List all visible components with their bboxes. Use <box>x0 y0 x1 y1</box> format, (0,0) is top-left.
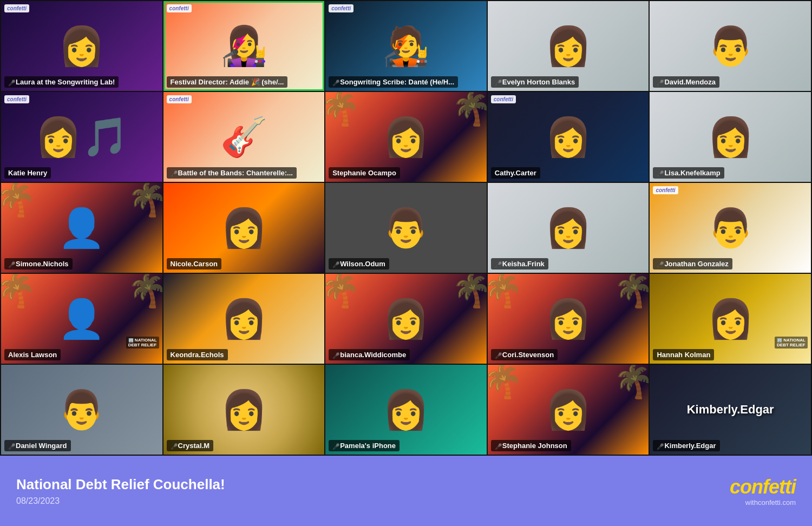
video-cell-simone[interactable]: 👤🎤Simone.Nichols <box>1 183 162 273</box>
participant-name-daniel: Daniel Wingard <box>16 442 67 450</box>
participant-name-crystal: Crystal.M <box>178 442 210 450</box>
mic-muted-icon-laura: 🎤 <box>8 80 14 85</box>
name-label-keondra: Keondra.Echols <box>167 349 228 360</box>
mic-muted-icon-david: 🎤 <box>657 80 662 85</box>
video-cell-alexis[interactable]: 👤🏢 NATIONALDEBT RELIEFAlexis Lawson <box>1 274 162 364</box>
video-cell-crystal[interactable]: 👩🎤Crystal.M <box>163 365 325 455</box>
participant-name-david: David.Mendoza <box>664 78 716 86</box>
kimberly-display-text: Kimberly.Edgar <box>687 403 774 417</box>
confetti-logo-cathy: confetti <box>491 95 516 103</box>
participant-name-kimberly: Kimberly.Edgar <box>664 442 716 450</box>
participant-name-nicole: Nicole.Carson <box>171 260 218 268</box>
video-cell-lisa[interactable]: 👩🎤Lisa.Knefelkamp <box>650 92 811 182</box>
name-label-crystal: 🎤Crystal.M <box>167 440 214 451</box>
video-cell-keisha[interactable]: 👩🎤Keisha.Frink <box>488 183 649 273</box>
participant-name-pamela: Pamela's iPhone <box>340 442 396 450</box>
participant-name-bianca: bianca.Widdicombe <box>340 351 406 359</box>
mic-muted-icon-wilson: 🎤 <box>332 261 338 267</box>
mic-muted-icon-daniel: 🎤 <box>8 443 14 449</box>
video-cell-david[interactable]: 👨🎤David.Mendoza <box>650 1 811 91</box>
participant-name-dante: Songwriting Scribe: Danté (He/H... <box>340 78 454 86</box>
mic-muted-icon-pamela: 🎤 <box>332 443 338 449</box>
video-cell-laura[interactable]: 👩confetti🎤Laura at the Songwriting Lab! <box>1 1 162 91</box>
video-cell-dante[interactable]: 🧑‍🎤confetti🎤Songwriting Scribe: Danté (H… <box>325 1 487 91</box>
name-label-daniel: 🎤Daniel Wingard <box>4 440 71 451</box>
video-cell-cori[interactable]: 👩🎤Cori.Stevenson <box>488 274 649 364</box>
mic-muted-icon-keisha: 🎤 <box>495 261 500 267</box>
participant-name-katie: Katie Henry <box>8 169 47 177</box>
video-cell-katie[interactable]: 👩‍🎵confettiKatie Henry <box>1 92 162 182</box>
mic-muted-icon-dante: 🎤 <box>332 80 338 85</box>
mic-muted-icon-battle: 🎤 <box>171 170 176 176</box>
name-label-david: 🎤David.Mendoza <box>653 76 719 88</box>
participant-name-alexis: Alexis Lawson <box>8 351 57 359</box>
confetti-logo-battle: confetti <box>167 95 192 103</box>
video-cell-keondra[interactable]: 👩Keondra.Echols <box>163 274 325 364</box>
mic-muted-icon-jonathan: 🎤 <box>657 261 662 267</box>
participant-name-cathy: Cathy.Carter <box>495 169 536 177</box>
confetti-logo-laura: confetti <box>4 4 29 12</box>
confetti-url: withconfetti.com <box>730 498 796 507</box>
name-label-addie: Festival Director: Addie 🎉 (she/... <box>167 76 288 88</box>
mic-muted-icon-stephanie-j: 🎤 <box>495 443 500 449</box>
video-cell-bianca[interactable]: 👩🎤bianca.Widdicombe <box>325 274 487 364</box>
participant-name-keondra: Keondra.Echols <box>171 351 224 359</box>
participant-name-stephanie-j: Stephanie Johnson <box>502 442 567 450</box>
name-label-bianca: 🎤bianca.Widdicombe <box>329 349 410 360</box>
video-cell-addie[interactable]: 👩‍🎤confettiFestival Director: Addie 🎉 (s… <box>163 1 325 91</box>
name-label-katie: Katie Henry <box>4 167 51 179</box>
participant-name-jonathan: Jonathan Gonzalez <box>664 260 728 268</box>
name-label-lisa: 🎤Lisa.Knefelkamp <box>653 167 724 179</box>
name-label-dante: 🎤Songwriting Scribe: Danté (He/H... <box>329 76 458 88</box>
name-label-alexis: Alexis Lawson <box>4 349 61 360</box>
participant-name-stephanie-o: Stephanie Ocampo <box>332 169 396 177</box>
participant-name-cori: Cori.Stevenson <box>502 351 554 359</box>
mic-muted-icon-kimberly: 🎤 <box>657 443 662 449</box>
name-label-cori: 🎤Cori.Stevenson <box>491 349 558 360</box>
name-label-laura: 🎤Laura at the Songwriting Lab! <box>4 76 119 88</box>
video-cell-stephanie-o[interactable]: 👩Stephanie Ocampo <box>325 92 487 182</box>
name-label-evelyn: 🎤Evelyn Horton Blanks <box>491 76 579 88</box>
participant-name-wilson: Wilson.Odum <box>340 260 385 268</box>
name-label-keisha: 🎤Keisha.Frink <box>491 258 548 269</box>
name-label-stephanie-o: Stephanie Ocampo <box>329 167 400 179</box>
video-cell-kimberly[interactable]: Kimberly.Edgar🎤Kimberly.Edgar <box>650 365 811 455</box>
participant-name-battle: Battle of the Bands: Chanterelle:... <box>178 169 293 177</box>
footer-left: National Debt Relief Couchella! 08/23/20… <box>16 476 225 506</box>
footer-date: 08/23/2023 <box>16 496 225 506</box>
mic-muted-icon-simone: 🎤 <box>8 261 14 267</box>
video-cell-stephanie-j[interactable]: 👩🎤Stephanie Johnson <box>488 365 649 455</box>
participant-name-laura: Laura at the Songwriting Lab! <box>16 78 115 86</box>
video-cell-battle[interactable]: 🎸confetti🎤Battle of the Bands: Chanterel… <box>163 92 325 182</box>
name-label-wilson: 🎤Wilson.Odum <box>329 258 389 269</box>
participant-name-lisa: Lisa.Knefelkamp <box>664 169 720 177</box>
confetti-logo-addie: confetti <box>167 4 192 12</box>
video-cell-cathy[interactable]: 👩confettiCathy.Carter <box>488 92 649 182</box>
confetti-logo-katie: confetti <box>4 95 29 103</box>
name-label-jonathan: 🎤Jonathan Gonzalez <box>653 258 732 269</box>
video-cell-hannah[interactable]: 👩🏢 NATIONALDEBT RELIEFHannah Kolman <box>650 274 811 364</box>
participant-name-addie: Festival Director: Addie 🎉 (she/... <box>171 78 284 86</box>
footer-right: confetti withconfetti.com <box>730 476 796 507</box>
mic-muted-icon-lisa: 🎤 <box>657 170 662 176</box>
mic-muted-icon-evelyn: 🎤 <box>495 80 500 85</box>
name-label-stephanie-j: 🎤Stephanie Johnson <box>491 440 571 451</box>
video-cell-pamela[interactable]: 👩🎤Pamela's iPhone <box>325 365 487 455</box>
confetti-brand-text: confetti <box>730 476 796 498</box>
video-cell-nicole[interactable]: 👩Nicole.Carson <box>163 183 325 273</box>
video-cell-wilson[interactable]: 👨🎤Wilson.Odum <box>325 183 487 273</box>
video-cell-evelyn[interactable]: 👩🎤Evelyn Horton Blanks <box>488 1 649 91</box>
name-label-hannah: Hannah Kolman <box>653 349 714 360</box>
name-label-cathy: Cathy.Carter <box>491 167 540 179</box>
footer-bar: National Debt Relief Couchella! 08/23/20… <box>0 456 812 526</box>
footer-title: National Debt Relief Couchella! <box>16 476 225 493</box>
video-cell-jonathan[interactable]: 👨confetti🎤Jonathan Gonzalez <box>650 183 811 273</box>
confetti-brand: confetti <box>730 476 796 498</box>
participant-name-hannah: Hannah Kolman <box>657 351 710 359</box>
video-cell-daniel[interactable]: 👨🎤Daniel Wingard <box>1 365 162 455</box>
mic-muted-icon-crystal: 🎤 <box>171 443 176 449</box>
name-label-kimberly: 🎤Kimberly.Edgar <box>653 440 719 451</box>
participant-name-evelyn: Evelyn Horton Blanks <box>502 78 575 86</box>
name-label-nicole: Nicole.Carson <box>167 258 221 269</box>
mic-muted-icon-bianca: 🎤 <box>332 352 338 358</box>
